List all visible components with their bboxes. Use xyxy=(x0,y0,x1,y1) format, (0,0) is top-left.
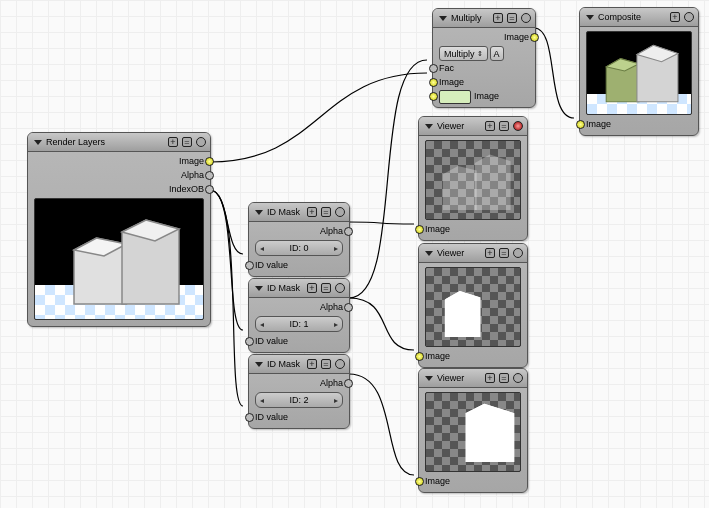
output-alpha-label: Alpha xyxy=(320,302,343,312)
updown-icon: ⇕ xyxy=(477,50,483,58)
node-viewer-0[interactable]: Viewer Image xyxy=(418,116,528,241)
output-alpha-socket[interactable] xyxy=(344,303,353,312)
blend-mode-label: Multiply xyxy=(444,49,475,59)
node-viewer-1[interactable]: Viewer Image xyxy=(418,243,528,368)
node-editor-canvas[interactable]: Render Layers Image Alpha IndexOB ID Mas… xyxy=(0,0,709,508)
output-indexob-socket[interactable] xyxy=(205,185,214,194)
dot-button[interactable] xyxy=(335,283,345,293)
chevron-right-icon[interactable]: ▸ xyxy=(332,244,340,253)
input-idvalue-socket[interactable] xyxy=(245,413,254,422)
dot-button[interactable] xyxy=(513,248,523,258)
node-viewer-2[interactable]: Viewer Image xyxy=(418,368,528,493)
input-idvalue-label: ID value xyxy=(255,412,288,422)
input-image2-socket[interactable] xyxy=(429,92,438,101)
node-id-mask-0[interactable]: ID Mask Alpha ◂ID: 0▸ ID value xyxy=(248,202,350,277)
node-header[interactable]: Viewer xyxy=(419,369,527,388)
options-button[interactable] xyxy=(499,121,509,131)
options-button[interactable] xyxy=(321,207,331,217)
node-multiply[interactable]: Multiply Image Multiply ⇕A Fac Image Ima… xyxy=(432,8,536,108)
output-alpha-socket[interactable] xyxy=(205,171,214,180)
node-render-layers[interactable]: Render Layers Image Alpha IndexOB xyxy=(27,132,211,327)
options-button[interactable] xyxy=(321,283,331,293)
input-fac-socket[interactable] xyxy=(429,64,438,73)
node-header[interactable]: ID Mask xyxy=(249,355,349,374)
input-idvalue-socket[interactable] xyxy=(245,337,254,346)
blend-mode-select[interactable]: Multiply ⇕ xyxy=(439,46,488,61)
chevron-right-icon[interactable]: ▸ xyxy=(332,396,340,405)
alpha-toggle[interactable]: A xyxy=(490,46,504,61)
options-button[interactable] xyxy=(182,137,192,147)
output-alpha-socket[interactable] xyxy=(344,379,353,388)
output-image-label: Image xyxy=(504,32,529,42)
output-indexob-label: IndexOB xyxy=(169,184,204,194)
input-image1-socket[interactable] xyxy=(429,78,438,87)
dot-button[interactable] xyxy=(684,12,694,22)
output-alpha-socket[interactable] xyxy=(344,227,353,236)
node-header[interactable]: ID Mask xyxy=(249,279,349,298)
output-image-socket[interactable] xyxy=(205,157,214,166)
id-value: ID: 2 xyxy=(289,395,308,405)
render-preview xyxy=(34,198,204,320)
node-header[interactable]: Render Layers xyxy=(28,133,210,152)
output-image-socket[interactable] xyxy=(530,33,539,42)
input-image2-label: Image xyxy=(474,91,499,101)
dot-button[interactable] xyxy=(335,207,345,217)
node-header[interactable]: Viewer xyxy=(419,117,527,136)
options-button[interactable] xyxy=(499,248,509,258)
id-value: ID: 0 xyxy=(289,243,308,253)
add-button[interactable] xyxy=(493,13,503,23)
dot-button[interactable] xyxy=(513,121,523,131)
dot-button[interactable] xyxy=(335,359,345,369)
options-button[interactable] xyxy=(321,359,331,369)
input-idvalue-socket[interactable] xyxy=(245,261,254,270)
collapse-icon[interactable] xyxy=(255,210,263,215)
node-header[interactable]: Multiply xyxy=(433,9,535,28)
collapse-icon[interactable] xyxy=(425,376,433,381)
chevron-left-icon[interactable]: ◂ xyxy=(258,320,266,329)
node-header[interactable]: Composite xyxy=(580,8,698,27)
collapse-icon[interactable] xyxy=(255,362,263,367)
input-image-socket[interactable] xyxy=(415,225,424,234)
node-header[interactable]: ID Mask xyxy=(249,203,349,222)
node-title: Render Layers xyxy=(46,136,164,148)
options-button[interactable] xyxy=(499,373,509,383)
collapse-icon[interactable] xyxy=(34,140,42,145)
collapse-icon[interactable] xyxy=(439,16,447,21)
add-button[interactable] xyxy=(307,359,317,369)
add-button[interactable] xyxy=(307,207,317,217)
node-composite[interactable]: Composite Image xyxy=(579,7,699,136)
add-button[interactable] xyxy=(670,12,680,22)
input-image-socket[interactable] xyxy=(576,120,585,129)
node-title: Viewer xyxy=(437,247,481,259)
add-button[interactable] xyxy=(485,248,495,258)
collapse-icon[interactable] xyxy=(586,15,594,20)
input-image-socket[interactable] xyxy=(415,477,424,486)
id-spinner[interactable]: ◂ID: 1▸ xyxy=(255,316,343,332)
input-image-socket[interactable] xyxy=(415,352,424,361)
color-swatch[interactable] xyxy=(439,90,471,104)
dot-button[interactable] xyxy=(513,373,523,383)
node-title: ID Mask xyxy=(267,358,303,370)
add-button[interactable] xyxy=(485,373,495,383)
id-spinner[interactable]: ◂ID: 0▸ xyxy=(255,240,343,256)
input-image-label: Image xyxy=(425,351,450,361)
node-id-mask-2[interactable]: ID Mask Alpha ◂ID: 2▸ ID value xyxy=(248,354,350,429)
dot-button[interactable] xyxy=(196,137,206,147)
node-id-mask-1[interactable]: ID Mask Alpha ◂ID: 1▸ ID value xyxy=(248,278,350,353)
chevron-right-icon[interactable]: ▸ xyxy=(332,320,340,329)
add-button[interactable] xyxy=(168,137,178,147)
dot-button[interactable] xyxy=(521,13,531,23)
node-header[interactable]: Viewer xyxy=(419,244,527,263)
id-spinner[interactable]: ◂ID: 2▸ xyxy=(255,392,343,408)
options-button[interactable] xyxy=(507,13,517,23)
collapse-icon[interactable] xyxy=(255,286,263,291)
input-image1-label: Image xyxy=(439,77,464,87)
collapse-icon[interactable] xyxy=(425,251,433,256)
add-button[interactable] xyxy=(307,283,317,293)
viewer-preview xyxy=(425,267,521,347)
collapse-icon[interactable] xyxy=(425,124,433,129)
add-button[interactable] xyxy=(485,121,495,131)
chevron-left-icon[interactable]: ◂ xyxy=(258,244,266,253)
output-alpha-label: Alpha xyxy=(320,378,343,388)
chevron-left-icon[interactable]: ◂ xyxy=(258,396,266,405)
